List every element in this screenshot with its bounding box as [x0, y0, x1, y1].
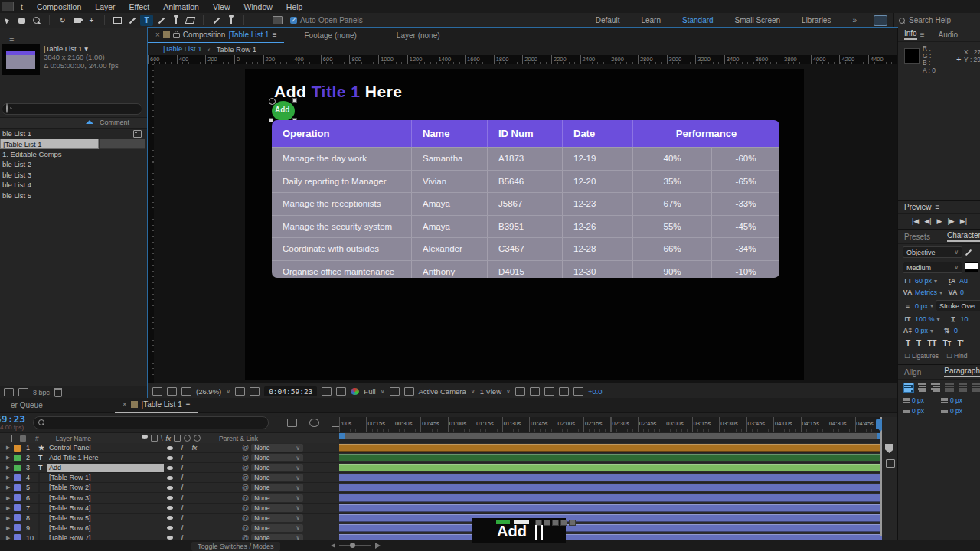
parent-select[interactable]: None∨: [251, 524, 303, 532]
layer-row[interactable]: ▶ 4 [Table Row 1] / @ None∨: [0, 473, 339, 483]
comp-name[interactable]: |Table List 1 ▾: [44, 44, 119, 53]
horizontal-scale-value[interactable]: 10: [961, 315, 969, 323]
layer-duration-bar[interactable]: [339, 464, 882, 471]
flowchart-icon[interactable]: [559, 387, 569, 396]
pick-whip-icon[interactable]: @: [242, 504, 249, 512]
expander-icon[interactable]: ▶: [6, 474, 14, 481]
tab-audio[interactable]: Audio: [939, 31, 959, 39]
tab-paragraph[interactable]: Paragraph: [944, 367, 980, 377]
parent-select[interactable]: None∨: [251, 514, 303, 522]
bit-depth-label[interactable]: 8 bpc: [33, 389, 50, 396]
timeline-zoom-slider[interactable]: [339, 545, 371, 546]
layer-row[interactable]: ▶ 7 [Table Row 4] / @ None∨: [0, 504, 339, 514]
layer-name[interactable]: [Table Row 1]: [49, 474, 164, 481]
tab-render-queue[interactable]: er Queue: [0, 401, 54, 409]
pick-whip-icon[interactable]: @: [242, 484, 249, 491]
graph-icon[interactable]: [544, 387, 554, 396]
snapshot-icon[interactable]: [322, 387, 332, 396]
menu-item[interactable]: View: [206, 2, 237, 11]
stroke-width-value[interactable]: 0 px: [915, 302, 928, 310]
tab-character[interactable]: Character: [947, 231, 980, 242]
track-row[interactable]: [339, 514, 882, 523]
label-color-chip[interactable]: [14, 455, 21, 461]
expander-icon[interactable]: ▶: [6, 525, 14, 531]
parent-select[interactable]: None∨: [251, 504, 303, 512]
track-row[interactable]: [339, 493, 882, 503]
font-style-select[interactable]: Medium∨: [903, 262, 962, 273]
tab-composition[interactable]: × Composition |Table List 1 ≡: [148, 27, 284, 44]
tab-align[interactable]: Align: [904, 368, 921, 377]
track-row[interactable]: [339, 443, 882, 453]
eyedropper-icon[interactable]: [965, 249, 972, 255]
draft-3d-icon[interactable]: [309, 419, 319, 427]
project-columns-header[interactable]: Comment: [0, 117, 148, 129]
space-before-field[interactable]: 0 px: [903, 407, 941, 415]
quality-toggle[interactable]: /: [181, 444, 184, 452]
video-eye-toggle[interactable]: [167, 446, 173, 450]
chevron-down-icon[interactable]: ∨: [381, 388, 385, 395]
layer-name[interactable]: [Table Row 5]: [49, 514, 164, 522]
faux-style-button[interactable]: T: [906, 339, 910, 347]
tracking-value[interactable]: 0: [960, 289, 964, 296]
layer-row[interactable]: ▶ 9 [Table Row 6] / @ None∨: [0, 523, 339, 533]
layer-row[interactable]: ▶ 3 T Add / @ None∨: [0, 463, 339, 473]
selection-handle[interactable]: [292, 98, 297, 103]
project-item[interactable]: ble List 3: [0, 170, 148, 180]
add-text-layer-selected[interactable]: Add: [270, 99, 296, 121]
search-help-box[interactable]: Search Help: [893, 13, 980, 28]
quality-toggle[interactable]: /: [181, 464, 184, 471]
quality-toggle[interactable]: /: [181, 494, 184, 502]
pick-whip-icon[interactable]: @: [242, 524, 249, 532]
primary-viewer-icon[interactable]: [167, 387, 177, 396]
type-tool[interactable]: T: [140, 15, 153, 26]
chevron-down-icon[interactable]: ▾: [930, 302, 933, 309]
always-preview-icon[interactable]: [152, 387, 162, 396]
video-eye-toggle[interactable]: [167, 496, 173, 500]
layer-name[interactable]: [Table Row 4]: [49, 504, 164, 512]
faux-style-button[interactable]: T: [916, 339, 921, 347]
roto-brush-tool[interactable]: [210, 15, 223, 26]
pan-behind-tool[interactable]: +: [85, 15, 98, 26]
exposure-value[interactable]: +0.0: [588, 387, 603, 396]
video-eye-toggle[interactable]: [167, 456, 173, 460]
vertical-scale-value[interactable]: 100 %: [915, 315, 935, 323]
video-eye-toggle[interactable]: [167, 466, 173, 470]
item-rename-field[interactable]: |Table List 1: [0, 139, 99, 149]
project-item[interactable]: |Table List 1: [0, 139, 148, 148]
layer-name[interactable]: [Table Row 6]: [49, 524, 164, 532]
label-color-chip[interactable]: [14, 465, 21, 471]
video-eye-toggle[interactable]: [167, 476, 173, 480]
expander-icon[interactable]: ▶: [6, 455, 14, 461]
zoom-tool[interactable]: [30, 15, 43, 26]
chevron-down-icon[interactable]: ∨: [471, 388, 475, 395]
layer-duration-bar[interactable]: [339, 484, 882, 491]
font-family-select[interactable]: Objective∨: [903, 246, 962, 258]
layer-duration-bar[interactable]: [339, 444, 882, 452]
track-row[interactable]: [339, 504, 882, 514]
menu-item[interactable]: Effect: [122, 2, 157, 11]
chevron-down-icon[interactable]: ▾: [930, 328, 933, 334]
camera-select[interactable]: Active Camera: [419, 387, 466, 396]
workspace-tab[interactable]: Standard: [671, 16, 724, 24]
video-eye-toggle[interactable]: [167, 486, 173, 490]
work-area-bar[interactable]: [339, 433, 882, 439]
workspace-tab[interactable]: Learn: [630, 16, 671, 24]
layer-name[interactable]: Control Panel: [49, 444, 164, 452]
selection-tool[interactable]: [1, 15, 14, 26]
comp-mini-flowchart-icon[interactable]: [287, 419, 297, 427]
clone-stamp-tool[interactable]: [169, 15, 182, 26]
project-item[interactable]: ble List 5: [0, 190, 148, 200]
layer-duration-bar[interactable]: [339, 474, 882, 481]
lock-icon[interactable]: [173, 33, 180, 38]
layer-name[interactable]: Add Title 1 Here: [49, 454, 164, 461]
breadcrumb-comp[interactable]: |Table List 1: [163, 44, 202, 54]
video-eye-toggle[interactable]: [167, 526, 173, 530]
layer-row[interactable]: ▶ 6 [Table Row 3] / @ None∨: [0, 493, 339, 503]
layer-name[interactable]: [Table Row 2]: [49, 484, 164, 491]
workspace-tab[interactable]: Libraries: [791, 16, 841, 24]
align-center-button[interactable]: [918, 383, 927, 392]
label-color-chip[interactable]: [14, 474, 21, 481]
label-color-chip[interactable]: [14, 494, 21, 501]
exposure-reset-icon[interactable]: [573, 387, 583, 396]
panel-menu-icon[interactable]: ≡: [9, 34, 14, 43]
